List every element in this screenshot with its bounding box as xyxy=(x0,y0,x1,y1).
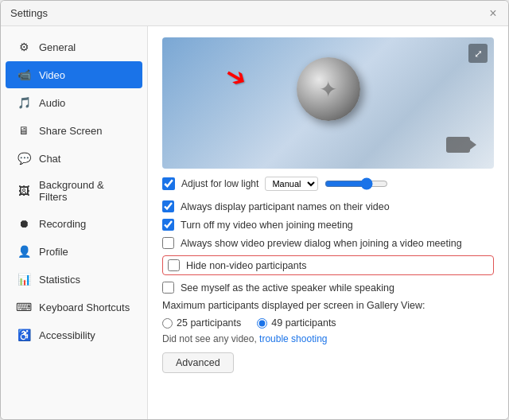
keyboard-shortcuts-label: Keyboard Shortcuts xyxy=(39,301,130,313)
accessibility-icon: ♿ xyxy=(17,328,31,342)
label-display-names: Always display participant names on thei… xyxy=(181,201,390,212)
camera-corner-icon: ⤢ xyxy=(468,44,488,63)
red-arrow: ➔ xyxy=(220,58,253,95)
share-screen-icon: 🖥 xyxy=(17,123,31,138)
option-row-hide-non-video: Hide non-video participants xyxy=(162,255,494,275)
sidebar-item-accessibility[interactable]: ♿ Accessibility xyxy=(6,321,142,348)
general-icon: ⚙ xyxy=(17,40,31,54)
radio-row: 25 participants 49 participants xyxy=(162,317,494,329)
checkbox-hide-non-video[interactable] xyxy=(168,259,180,271)
sidebar: ⚙ General 📹 Video 🎵 Audio 🖥 Share Screen… xyxy=(1,26,148,419)
video-label: Video xyxy=(39,69,65,81)
adjust-label: Adjust for low light xyxy=(181,178,258,189)
checkbox-display-names[interactable] xyxy=(162,200,174,212)
trouble-shooting-link[interactable]: trouble shooting xyxy=(259,333,327,344)
checkbox-active-speaker[interactable] xyxy=(162,282,174,294)
adjust-slider[interactable] xyxy=(324,177,388,190)
option-row-display-names: Always display participant names on thei… xyxy=(162,200,494,212)
label-hide-non-video: Hide non-video participants xyxy=(186,260,306,271)
sidebar-item-profile[interactable]: 👤 Profile xyxy=(6,238,142,265)
profile-icon: 👤 xyxy=(17,244,31,259)
settings-window: Settings × ⚙ General 📹 Video 🎵 Audio 🖥 S… xyxy=(0,0,509,420)
background-filters-icon: 🖼 xyxy=(17,184,31,198)
chat-label: Chat xyxy=(39,153,60,165)
no-video-text: Did not see any video, xyxy=(162,333,257,344)
option-row-active-speaker: See myself as the active speaker while s… xyxy=(162,282,494,294)
sidebar-item-video[interactable]: 📹 Video xyxy=(6,61,142,88)
label-show-preview-dialog: Always show video preview dialog when jo… xyxy=(181,238,462,249)
small-camera xyxy=(446,137,470,153)
chat-icon: 💬 xyxy=(17,151,31,165)
checkbox-show-preview-dialog[interactable] xyxy=(162,237,174,249)
profile-label: Profile xyxy=(39,246,68,258)
adjust-select[interactable]: AutoManual xyxy=(265,177,318,191)
recording-label: Recording xyxy=(39,218,86,230)
video-icon: 📹 xyxy=(17,68,31,82)
sidebar-item-share-screen[interactable]: 🖥 Share Screen xyxy=(6,117,142,144)
sidebar-item-statistics[interactable]: 📊 Statistics xyxy=(6,266,142,293)
option-row-show-preview-dialog: Always show video preview dialog when jo… xyxy=(162,237,494,249)
radio-option-49-participants: 49 participants xyxy=(257,317,336,329)
general-label: General xyxy=(39,41,76,53)
radio-25-participants[interactable] xyxy=(162,318,173,329)
recording-icon: ⏺ xyxy=(17,216,31,231)
video-preview-inner: ➔ ⤢ xyxy=(162,37,494,169)
close-button[interactable]: × xyxy=(488,8,499,19)
sidebar-item-chat[interactable]: 💬 Chat xyxy=(6,145,142,172)
advanced-button[interactable]: Advanced xyxy=(162,352,234,373)
option-row-turn-off-video: Turn off my video when joining meeting xyxy=(162,219,494,231)
adjust-checkbox[interactable] xyxy=(162,177,175,190)
sidebar-item-background-filters[interactable]: 🖼 Background & Filters xyxy=(6,173,142,209)
background-filters-label: Background & Filters xyxy=(39,179,131,203)
accessibility-label: Accessibility xyxy=(39,329,95,341)
audio-icon: 🎵 xyxy=(17,95,31,110)
adjust-row: Adjust for low light AutoManual xyxy=(162,177,494,191)
window-title: Settings xyxy=(10,7,48,19)
options-container: Always display participant names on thei… xyxy=(162,200,494,294)
audio-label: Audio xyxy=(39,97,65,109)
content-area: ➔ ⤢ Adjust for low light AutoManual Alwa… xyxy=(148,26,508,419)
sphere-object xyxy=(297,57,360,121)
statistics-label: Statistics xyxy=(39,274,80,286)
no-video-row: Did not see any video, trouble shooting xyxy=(162,333,494,344)
radio-label-49-participants: 49 participants xyxy=(271,317,336,329)
label-active-speaker: See myself as the active speaker while s… xyxy=(181,282,394,294)
statistics-icon: 📊 xyxy=(17,272,31,286)
share-screen-label: Share Screen xyxy=(39,125,103,137)
keyboard-shortcuts-icon: ⌨ xyxy=(17,300,31,314)
checkbox-turn-off-video[interactable] xyxy=(162,219,174,231)
radio-49-participants[interactable] xyxy=(257,318,267,329)
video-preview: ➔ ⤢ xyxy=(162,37,494,169)
label-turn-off-video: Turn off my video when joining meeting xyxy=(181,220,353,231)
sidebar-item-recording[interactable]: ⏺ Recording xyxy=(6,210,142,237)
gallery-label: Maximum participants displayed per scree… xyxy=(162,300,494,311)
main-content: ⚙ General 📹 Video 🎵 Audio 🖥 Share Screen… xyxy=(1,26,508,419)
title-bar: Settings × xyxy=(1,1,508,26)
sidebar-item-keyboard-shortcuts[interactable]: ⌨ Keyboard Shortcuts xyxy=(6,294,142,321)
radio-option-25-participants: 25 participants xyxy=(162,317,241,329)
sidebar-item-audio[interactable]: 🎵 Audio xyxy=(6,89,142,116)
sidebar-item-general[interactable]: ⚙ General xyxy=(6,33,142,60)
radio-label-25-participants: 25 participants xyxy=(177,317,241,329)
